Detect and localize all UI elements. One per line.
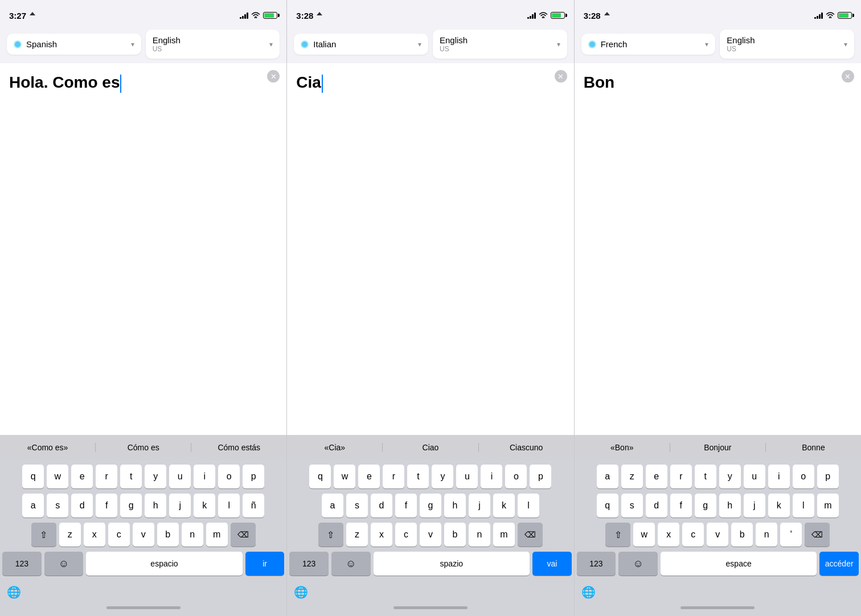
key-l[interactable]: l: [518, 494, 539, 518]
key-h[interactable]: h: [719, 494, 741, 518]
delete-key[interactable]: ⌫: [518, 523, 543, 547]
key-z[interactable]: z: [59, 523, 81, 547]
key-x[interactable]: x: [371, 523, 392, 547]
key-d[interactable]: d: [371, 494, 392, 518]
key-ñ[interactable]: ñ: [243, 494, 264, 518]
key-z[interactable]: z: [621, 465, 643, 488]
key-t[interactable]: t: [120, 465, 142, 488]
clear-button[interactable]: ✕: [842, 70, 854, 83]
key-c[interactable]: c: [395, 523, 417, 547]
key-s[interactable]: s: [47, 494, 68, 518]
key-j[interactable]: j: [169, 494, 191, 518]
key-m[interactable]: m: [206, 523, 228, 547]
key-v[interactable]: v: [707, 523, 728, 547]
key-l[interactable]: l: [793, 494, 814, 518]
key-j[interactable]: j: [744, 494, 765, 518]
suggestion-item-1[interactable]: Cómo es: [96, 443, 191, 452]
key-w[interactable]: w: [47, 465, 68, 488]
key-r[interactable]: r: [383, 465, 404, 488]
globe-key[interactable]: 🌐: [294, 585, 308, 599]
suggestion-item-1[interactable]: Ciao: [383, 443, 478, 452]
key-n[interactable]: n: [756, 523, 777, 547]
shift-key[interactable]: ⇧: [605, 523, 630, 547]
key-k[interactable]: k: [194, 494, 215, 518]
shift-key[interactable]: ⇧: [31, 523, 56, 547]
key-r[interactable]: r: [670, 465, 692, 488]
key-i[interactable]: i: [194, 465, 215, 488]
key-c[interactable]: c: [682, 523, 704, 547]
key-e[interactable]: e: [646, 465, 667, 488]
key-o[interactable]: o: [793, 465, 814, 488]
key-q[interactable]: q: [22, 465, 44, 488]
key-g[interactable]: g: [120, 494, 142, 518]
key-d[interactable]: d: [71, 494, 93, 518]
key-f[interactable]: f: [96, 494, 117, 518]
key-n[interactable]: n: [469, 523, 490, 547]
key-q[interactable]: q: [597, 494, 618, 518]
delete-key[interactable]: ⌫: [805, 523, 830, 547]
key-y[interactable]: y: [432, 465, 453, 488]
action-key[interactable]: ir: [245, 552, 285, 576]
key-j[interactable]: j: [469, 494, 490, 518]
key-h[interactable]: h: [444, 494, 466, 518]
key-m[interactable]: m: [493, 523, 515, 547]
key-f[interactable]: f: [670, 494, 692, 518]
globe-key[interactable]: 🌐: [581, 585, 596, 599]
key-w[interactable]: w: [633, 523, 655, 547]
key-h[interactable]: h: [145, 494, 166, 518]
key-t[interactable]: t: [407, 465, 429, 488]
source-language-button[interactable]: Spanish ▾: [7, 34, 141, 55]
target-language-button[interactable]: English US ▾: [146, 30, 280, 59]
emoji-key[interactable]: ☺: [331, 552, 371, 576]
text-input-area[interactable]: ✕ Bon: [575, 63, 861, 435]
key-z[interactable]: z: [346, 523, 368, 547]
key-w[interactable]: w: [334, 465, 355, 488]
key-b[interactable]: b: [444, 523, 466, 547]
key-y[interactable]: y: [145, 465, 166, 488]
key-f[interactable]: f: [395, 494, 417, 518]
key-d[interactable]: d: [646, 494, 667, 518]
key-u[interactable]: u: [169, 465, 191, 488]
key-y[interactable]: y: [719, 465, 741, 488]
key-u[interactable]: u: [456, 465, 478, 488]
key-l[interactable]: l: [218, 494, 240, 518]
key-u[interactable]: u: [744, 465, 765, 488]
key-p[interactable]: p: [243, 465, 264, 488]
key-p[interactable]: p: [530, 465, 551, 488]
key-v[interactable]: v: [420, 523, 441, 547]
key-n[interactable]: n: [182, 523, 203, 547]
key-p[interactable]: p: [817, 465, 839, 488]
key-a[interactable]: a: [22, 494, 44, 518]
source-language-button[interactable]: Italian ▾: [294, 34, 428, 55]
action-key[interactable]: accéder: [819, 552, 859, 576]
suggestion-item-1[interactable]: Bonjour: [670, 443, 766, 452]
key-i[interactable]: i: [481, 465, 502, 488]
key-v[interactable]: v: [133, 523, 154, 547]
key-x[interactable]: x: [84, 523, 105, 547]
key-i[interactable]: i: [768, 465, 790, 488]
key-o[interactable]: o: [505, 465, 527, 488]
key-s[interactable]: s: [346, 494, 368, 518]
text-input-area[interactable]: ✕ Hola. Como es: [0, 63, 286, 435]
suggestion-item-2[interactable]: Bonne: [766, 443, 861, 452]
key-a[interactable]: a: [597, 465, 618, 488]
emoji-key[interactable]: ☺: [44, 552, 84, 576]
space-key[interactable]: espacio: [86, 552, 242, 576]
suggestion-item-2[interactable]: Ciascuno: [479, 443, 574, 452]
numbers-key[interactable]: 123: [289, 552, 329, 576]
key-x[interactable]: x: [658, 523, 679, 547]
target-language-button[interactable]: English US ▾: [720, 30, 854, 59]
key-g[interactable]: g: [420, 494, 441, 518]
clear-button[interactable]: ✕: [267, 70, 280, 83]
numbers-key[interactable]: 123: [577, 552, 616, 576]
key-a[interactable]: a: [322, 494, 343, 518]
key-s[interactable]: s: [621, 494, 643, 518]
key-b[interactable]: b: [157, 523, 179, 547]
key-m[interactable]: m: [817, 494, 839, 518]
source-language-button[interactable]: French ▾: [581, 34, 716, 55]
key-e[interactable]: e: [71, 465, 93, 488]
key-r[interactable]: r: [96, 465, 117, 488]
clear-button[interactable]: ✕: [555, 70, 567, 83]
suggestion-item-0[interactable]: «Bon»: [575, 443, 670, 452]
space-key[interactable]: spazio: [374, 552, 530, 576]
